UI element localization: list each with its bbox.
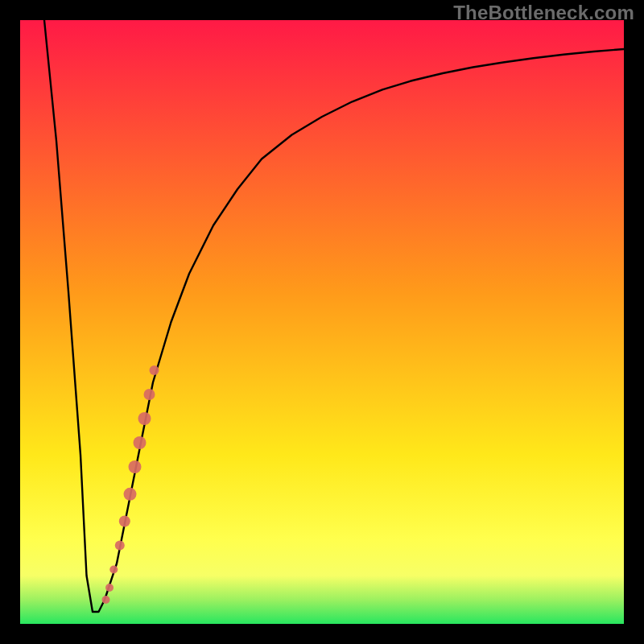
highlight-point (144, 389, 155, 400)
highlight-point (134, 436, 147, 449)
highlight-point (129, 460, 142, 473)
highlight-point (124, 488, 137, 501)
chart-frame: TheBottleneck.com (0, 0, 644, 644)
highlight-point (138, 412, 151, 425)
highlight-point (119, 516, 130, 527)
highlight-point (150, 365, 159, 375)
bottleneck-chart (20, 20, 624, 624)
watermark-text: TheBottleneck.com (453, 2, 634, 24)
highlight-point (105, 584, 114, 592)
highlight-point (109, 566, 118, 574)
highlight-point (115, 541, 125, 551)
gradient-background (20, 20, 624, 624)
highlight-point (102, 596, 110, 604)
